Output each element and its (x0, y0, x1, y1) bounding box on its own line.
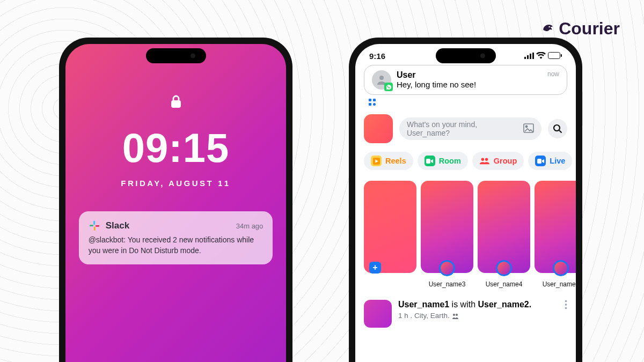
composer-input[interactable]: What's on your mind, User_name? (399, 117, 541, 140)
composer-placeholder: What's on your mind, User_name? (407, 120, 519, 137)
story-label: User_name4 (478, 280, 530, 288)
svg-point-23 (481, 158, 484, 161)
more-icon[interactable] (565, 300, 567, 312)
post-meta: 1 h . City, Earth. (398, 312, 531, 320)
whatsapp-icon (384, 83, 393, 91)
svg-rect-4 (94, 227, 96, 231)
story-avatar (496, 260, 512, 276)
lockscreen-date: FRIDAY, AUGUST 11 (121, 179, 230, 188)
feed-phone: 9:16 User Hey, long time no see! (349, 38, 582, 362)
svg-rect-11 (561, 54, 562, 57)
brand-text: Courier (559, 19, 620, 39)
lockscreen-phone: 09:15 FRIDAY, AUGUST 11 Slack 34m ago @s… (59, 38, 292, 362)
status-time: 9:16 (369, 51, 385, 61)
battery-icon (548, 51, 562, 61)
message-banner[interactable]: User Hey, long time no see! now (364, 65, 567, 95)
svg-point-20 (554, 125, 560, 131)
svg-rect-25 (537, 159, 541, 164)
svg-rect-3 (89, 225, 93, 226)
svg-point-0 (549, 26, 551, 27)
reels-tab[interactable]: Reels (364, 152, 413, 170)
svg-point-28 (565, 300, 567, 302)
svg-rect-1 (171, 100, 181, 108)
story-avatar (553, 260, 569, 276)
svg-rect-2 (93, 221, 95, 225)
live-icon (535, 156, 546, 166)
svg-rect-8 (530, 54, 531, 59)
svg-rect-15 (373, 99, 376, 101)
story-avatar (439, 260, 455, 276)
svg-rect-16 (369, 103, 371, 106)
svg-rect-22 (426, 159, 430, 164)
svg-rect-7 (527, 55, 529, 59)
lock-icon (170, 94, 182, 112)
svg-rect-12 (550, 54, 559, 58)
signal-icon (524, 51, 534, 61)
story-create[interactable]: + (364, 181, 416, 273)
live-tab[interactable]: Live (528, 152, 572, 170)
story-item[interactable]: User_name3 (421, 181, 473, 273)
post-avatar[interactable] (364, 300, 392, 328)
room-icon (425, 156, 435, 166)
live-label: Live (550, 157, 565, 165)
svg-rect-10 (548, 53, 560, 59)
reels-icon (371, 156, 382, 166)
feed-post[interactable]: User_name1 is with User_name2. 1 h . Cit… (364, 300, 567, 328)
lockscreen[interactable]: 09:15 FRIDAY, AUGUST 11 Slack 34m ago @s… (65, 44, 286, 362)
story-label: User_name5 (535, 280, 576, 288)
notification-time: 34m ago (236, 222, 264, 230)
svg-rect-9 (532, 53, 534, 59)
svg-point-19 (525, 125, 527, 127)
message-sender: User (397, 70, 542, 80)
plus-icon: + (369, 262, 381, 274)
svg-point-27 (456, 314, 458, 316)
svg-point-24 (485, 158, 488, 161)
notification-app: Slack (106, 220, 129, 231)
lockscreen-notification[interactable]: Slack 34m ago @slackbot: You received 2 … (79, 211, 273, 264)
svg-point-17 (373, 103, 376, 106)
avatar (372, 70, 391, 90)
image-icon[interactable] (523, 123, 534, 135)
svg-point-29 (565, 304, 567, 306)
group-icon (479, 156, 490, 166)
message-time: now (547, 70, 559, 78)
group-label: Group (494, 157, 517, 165)
slack-icon (89, 220, 100, 232)
story-label: User_name3 (421, 280, 473, 288)
room-label: Room (439, 157, 461, 165)
svg-rect-14 (369, 99, 371, 101)
room-tab[interactable]: Room (418, 152, 468, 170)
group-tab[interactable]: Group (472, 152, 524, 170)
svg-point-30 (565, 307, 567, 309)
app-switcher-icon[interactable] (368, 98, 567, 109)
wifi-icon (536, 51, 546, 61)
svg-rect-6 (524, 57, 526, 59)
svg-rect-5 (95, 225, 99, 227)
phone-notch (436, 48, 496, 63)
courier-bird-icon (541, 22, 555, 36)
reels-label: Reels (385, 157, 406, 165)
brand-logo: Courier (541, 19, 620, 39)
svg-point-26 (453, 314, 455, 316)
user-avatar[interactable] (364, 114, 393, 143)
story-item[interactable]: User_name5 (535, 181, 576, 273)
post-header: User_name1 is with User_name2. (398, 300, 531, 309)
lockscreen-time: 09:15 (122, 124, 229, 171)
notification-message: @slackbot: You received 2 new notificati… (89, 235, 264, 256)
search-button[interactable] (548, 119, 567, 138)
svg-point-13 (379, 76, 384, 80)
message-text: Hey, long time no see! (397, 80, 542, 89)
phone-notch (146, 48, 206, 63)
story-item[interactable]: User_name4 (478, 181, 530, 273)
